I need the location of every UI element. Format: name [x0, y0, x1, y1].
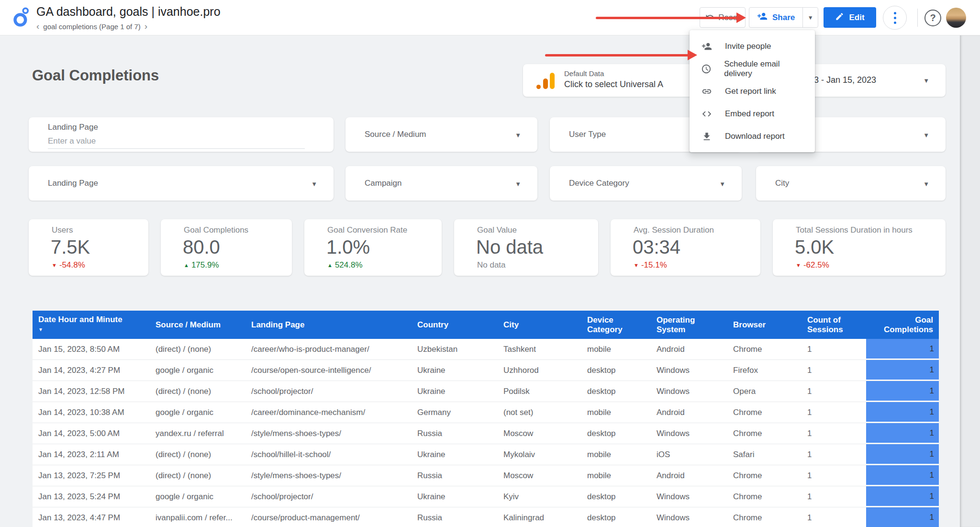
table-cell: Ukraine [412, 360, 498, 381]
filter-source-medium[interactable]: Source / Medium▼ [345, 117, 537, 152]
menu-item-get-report-link[interactable]: Get report link [690, 80, 815, 102]
column-header-goal-completions[interactable]: Goal Completions [866, 311, 939, 339]
filter-label: User Type [569, 117, 606, 152]
looker-studio-logo-icon [12, 6, 32, 30]
table-cell: Chrome [727, 507, 802, 527]
table-cell: /school/projector/ [245, 381, 412, 402]
table-cell: ivanpalii.com / refer... [150, 507, 245, 527]
filter-device-category[interactable]: Device Category▼ [550, 166, 742, 201]
goal-completions-bar-cell: 1 [866, 402, 939, 423]
menu-item-embed-report[interactable]: Embed report [690, 102, 815, 125]
filter-label: Source / Medium [365, 117, 426, 152]
user-avatar[interactable] [946, 8, 966, 28]
chevron-down-icon: ▼ [719, 180, 725, 188]
metric-delta: ▲175.9% [184, 260, 219, 270]
menu-item-schedule-email-delivery[interactable]: Schedule email delivery [690, 57, 815, 80]
filter-campaign[interactable]: Campaign▼ [345, 166, 537, 201]
table-cell: (direct) / (none) [150, 339, 245, 359]
column-header-count-of-sessions[interactable]: Count of Sessions [802, 311, 866, 339]
metric-label: Goal Completions [184, 225, 248, 235]
table-cell: Ukraine [412, 381, 498, 402]
table-row: Jan 15, 2023, 8:50 AM(direct) / (none)/c… [33, 339, 939, 360]
arrow-up-icon: ▲ [184, 262, 189, 268]
table-cell: 1 [802, 486, 866, 507]
table-cell: Jan 13, 2023, 4:47 PM [33, 507, 150, 527]
edit-button[interactable]: Edit [824, 7, 876, 28]
filter-label: Landing Page [48, 123, 98, 132]
table-cell: Chrome [727, 402, 802, 423]
table-cell: Kyiv [498, 486, 581, 507]
menu-item-invite-people[interactable]: Invite people [690, 35, 815, 57]
goal-completions-bar-cell: 1 [866, 360, 939, 381]
goal-completions-bar-cell: 1 [866, 339, 939, 359]
download-icon [701, 131, 713, 142]
table-cell: /career/who-is-product-manager/ [245, 339, 412, 359]
table-cell: 1 [802, 360, 866, 381]
filter-landing-page[interactable]: Landing Page▼ [29, 166, 334, 201]
column-header-device-category[interactable]: Device Category [581, 311, 651, 339]
appbar-divider [917, 9, 918, 27]
column-header-landing-page[interactable]: Landing Page [245, 311, 412, 339]
table-row: Jan 13, 2023, 7:25 PM(direct) / (none)/s… [33, 465, 939, 486]
chevron-down-icon: ▼ [923, 132, 929, 139]
table-cell: 1 [802, 465, 866, 486]
filter-label: City [775, 166, 789, 201]
scorecard-goal-conversion-rate: Goal Conversion Rate1.0%▲524.8% [304, 219, 442, 276]
chevron-down-icon: ▼ [515, 132, 521, 139]
table-cell: google / organic [150, 486, 245, 507]
table-cell: (direct) / (none) [150, 381, 245, 402]
metric-value: No data [476, 236, 543, 258]
scorecard-goal-value: Goal ValueNo dataNo data [454, 219, 598, 276]
column-header-date-hour-and-minute[interactable]: Date Hour and Minute▼ [33, 311, 150, 339]
more-options-kebab-button[interactable] [883, 6, 907, 30]
table-cell: 1 [802, 402, 866, 423]
column-header-city[interactable]: City [498, 311, 581, 339]
column-header-source-medium[interactable]: Source / Medium [150, 311, 245, 339]
table-cell: Podilsk [498, 381, 581, 402]
table-cell: Russia [412, 423, 498, 444]
column-header-country[interactable]: Country [412, 311, 498, 339]
filter-city[interactable]: City▼ [756, 166, 946, 201]
filter-landing-page[interactable]: Landing PageEnter a value [29, 117, 334, 152]
arrow-down-icon: ▼ [634, 262, 639, 268]
filter-value-input[interactable]: Enter a value [48, 136, 305, 149]
column-header-operating-system[interactable]: Operating System [651, 311, 727, 339]
column-header-browser[interactable]: Browser [727, 311, 802, 339]
table-cell: mobile [581, 444, 651, 465]
share-dropdown-caret[interactable]: ▼ [802, 8, 818, 27]
table-cell: /style/mens-shoes-types/ [245, 465, 412, 486]
detail-table: Date Hour and Minute▼Source / MediumLand… [33, 311, 939, 527]
right-edge-strip [960, 35, 980, 527]
help-icon[interactable]: ? [924, 10, 941, 26]
table-cell: Opera [727, 381, 802, 402]
scorecard-total-sessions-duration-in-hours: Total Sessions Duration in hours5.0K▼-62… [773, 219, 946, 276]
share-button[interactable]: Share [749, 8, 802, 27]
table-row: Jan 14, 2023, 4:27 PMgoogle / organic/co… [33, 360, 939, 381]
table-row: Jan 13, 2023, 4:47 PMivanpalii.com / ref… [33, 507, 939, 527]
metric-label: Users [52, 225, 73, 235]
table-cell: Kaliningrad [498, 507, 581, 527]
table-cell: Ukraine [412, 486, 498, 507]
table-cell: Safari [727, 444, 802, 465]
table-cell: iOS [651, 444, 727, 465]
prev-page-chevron-icon[interactable]: ‹ [36, 21, 39, 32]
data-source-hint[interactable]: Click to select Universal A [564, 79, 663, 90]
date-range-caret-icon[interactable]: ▼ [923, 77, 929, 84]
table-cell: Moscow [498, 465, 581, 486]
date-range-control[interactable]: 3 - Jan 15, 2023 [814, 75, 876, 85]
table-cell: Chrome [727, 339, 802, 359]
table-cell: Windows [651, 360, 727, 381]
next-page-chevron-icon[interactable]: › [145, 21, 147, 32]
table-cell: Chrome [727, 486, 802, 507]
table-cell: google / organic [150, 402, 245, 423]
table-cell: (direct) / (none) [150, 465, 245, 486]
table-row: Jan 14, 2023, 2:11 AM(direct) / (none)/s… [33, 444, 939, 465]
link-icon [701, 86, 713, 97]
menu-item-download-report[interactable]: Download report [690, 125, 815, 147]
table-cell: Jan 14, 2023, 2:11 AM [33, 444, 150, 465]
sort-desc-icon: ▼ [38, 325, 43, 335]
table-cell: desktop [581, 423, 651, 444]
table-cell: Windows [651, 381, 727, 402]
arrow-up-icon: ▲ [327, 262, 333, 268]
share-label: Share [772, 13, 795, 22]
